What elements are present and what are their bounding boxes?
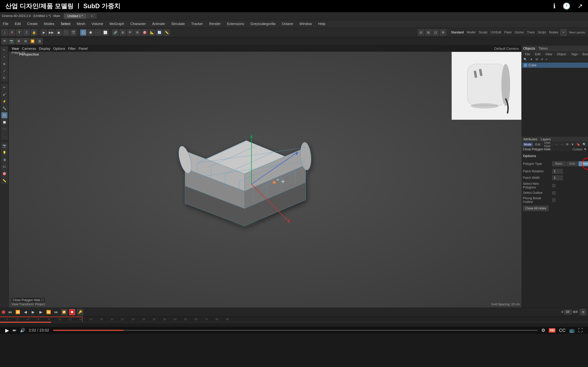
- tl-to-end[interactable]: ⏭: [53, 309, 59, 315]
- tl-loop-btn[interactable]: 🔁: [61, 309, 67, 315]
- toolbar-move[interactable]: ↕: [1, 29, 8, 36]
- left-sidebar-material[interactable]: ◑: [1, 157, 8, 163]
- settings-icon[interactable]: ⚙: [541, 328, 545, 333]
- view-tab[interactable]: View: [543, 52, 554, 57]
- toolbar-render5[interactable]: 🎬: [70, 29, 77, 36]
- tl-record-btn[interactable]: ⏺: [69, 309, 75, 315]
- object-tab[interactable]: Object: [555, 52, 568, 57]
- left-sidebar-camera[interactable]: 📷: [1, 143, 8, 149]
- tl-prev-frame[interactable]: ◀: [22, 309, 28, 315]
- toolbar-y[interactable]: Y: [16, 29, 22, 36]
- sub-tb-panel[interactable]: ⊞: [36, 38, 43, 44]
- toolbar-render3[interactable]: ◼: [55, 29, 62, 36]
- attr-edit-btn[interactable]: Edit: [534, 142, 542, 147]
- menu-octane[interactable]: Octane: [280, 21, 294, 26]
- subtitles-icon[interactable]: CC: [559, 328, 566, 333]
- toolbar-edge-mode[interactable]: ⬢: [87, 29, 94, 36]
- menu-create[interactable]: Create: [26, 21, 39, 26]
- toolbar-extra1[interactable]: 🎯: [142, 29, 148, 36]
- left-sidebar-snap[interactable]: 🎯: [1, 171, 8, 177]
- menu-character[interactable]: Character: [129, 21, 147, 26]
- bookmarks-tab[interactable]: Bookmarks: [580, 52, 588, 57]
- menu-mograph[interactable]: MoGraph: [108, 21, 125, 26]
- viewport-filter-btn[interactable]: Filter: [68, 47, 76, 51]
- select-new-polygons-checkbox[interactable]: [552, 184, 555, 187]
- play-pause-button[interactable]: ▶: [5, 327, 9, 333]
- menu-tracker[interactable]: Tracker: [190, 21, 204, 26]
- obj-settings-icon[interactable]: ⚙: [535, 57, 539, 61]
- sub-tb-camera[interactable]: 📷: [9, 38, 15, 44]
- cast-icon[interactable]: 📺: [569, 328, 575, 333]
- sub-tb-options[interactable]: ⚙: [22, 38, 29, 44]
- toolbar-z[interactable]: Z: [24, 29, 30, 36]
- toolbar-render2[interactable]: ▶▶: [48, 29, 54, 36]
- left-sidebar-knife[interactable]: ⚡: [1, 98, 8, 105]
- obj-refresh-icon[interactable]: ↺: [540, 57, 544, 61]
- tl-play[interactable]: ▶: [30, 309, 36, 315]
- toolbar-point-mode[interactable]: ·: [95, 29, 101, 36]
- left-sidebar-rotate[interactable]: ↻: [1, 75, 8, 81]
- attributes-tab[interactable]: Attributes: [523, 137, 537, 141]
- viewport-display-btn[interactable]: Display: [39, 47, 50, 51]
- toolbar-render4[interactable]: ⬛: [63, 29, 69, 36]
- volume-button[interactable]: 🔊: [20, 328, 25, 333]
- left-sidebar-transform[interactable]: ⊕: [1, 61, 8, 67]
- toolbar-extra2[interactable]: 📐: [149, 29, 155, 36]
- viewport-canvas[interactable]: Perspective Total Polys: 31: [9, 45, 521, 308]
- toolbar-view[interactable]: 👁: [127, 29, 133, 36]
- tags-tab[interactable]: Tags: [569, 52, 580, 57]
- attr-search-icon[interactable]: 🔍: [582, 143, 587, 146]
- toolbar-x[interactable]: X: [9, 29, 15, 36]
- viewport-options-btn[interactable]: Options: [53, 47, 65, 51]
- toolbar-layout1[interactable]: ⊟: [418, 29, 424, 36]
- tab-untitled[interactable]: Untitled 1 *: [64, 13, 86, 19]
- share-icon[interactable]: ↗: [578, 2, 583, 10]
- next-video-button[interactable]: ⏭: [13, 328, 17, 333]
- left-sidebar-paint[interactable]: 🖌: [1, 91, 8, 98]
- menu-modes[interactable]: Modes: [43, 21, 56, 26]
- objects-tab[interactable]: Objects: [523, 47, 535, 50]
- clock-icon[interactable]: 🕐: [563, 2, 571, 10]
- menu-animate[interactable]: Animate: [151, 21, 166, 26]
- tl-settings-btn[interactable]: ⚙: [580, 309, 586, 315]
- attr-mode-btn[interactable]: Mode: [523, 142, 533, 147]
- viewport-panel-btn[interactable]: Panel: [78, 47, 87, 51]
- menu-volume[interactable]: Volume: [90, 21, 105, 26]
- sub-tb-view[interactable]: 👁: [1, 38, 8, 44]
- left-sidebar-polygon[interactable]: ⬡: [1, 112, 8, 118]
- toolbar-grid[interactable]: ⊞: [120, 29, 126, 36]
- phong-break-outline-checkbox[interactable]: [552, 199, 555, 202]
- left-sidebar-tag[interactable]: 🏷: [1, 164, 8, 170]
- menu-window[interactable]: Window: [298, 21, 313, 26]
- sub-tb-filter[interactable]: 🔽: [29, 38, 36, 44]
- left-sidebar-point[interactable]: ·: [1, 133, 8, 140]
- menu-simulate[interactable]: Simulate: [170, 21, 186, 26]
- attr-bookmarks-icon[interactable]: 🔖: [576, 143, 581, 146]
- menu-greyscalegorilla[interactable]: Greyscalegorilla: [249, 21, 277, 26]
- left-sidebar-light[interactable]: 💡: [1, 150, 8, 156]
- tl-next-key[interactable]: ⏩: [45, 309, 52, 315]
- tab-new[interactable]: +: [87, 13, 96, 19]
- takes-tab[interactable]: Takes: [539, 47, 548, 50]
- toolbar-extra3[interactable]: 🔄: [156, 29, 163, 36]
- polygon-type-grid[interactable]: Grid: [566, 161, 578, 166]
- toolbar-object-mode[interactable]: ⬡: [80, 29, 86, 36]
- obj-add-icon[interactable]: +: [545, 58, 548, 61]
- attr-filter-icon[interactable]: ▼: [570, 143, 575, 146]
- toolbar-settings[interactable]: ⚙: [134, 29, 140, 36]
- toolbar-add-layout[interactable]: +: [560, 29, 567, 36]
- attr-dropdown-arrow[interactable]: ▼: [583, 148, 587, 151]
- menu-edit[interactable]: Edit: [13, 21, 22, 26]
- left-sidebar-uvw[interactable]: 🔲: [1, 119, 8, 125]
- toolbar-layout3[interactable]: ⊡: [432, 29, 439, 36]
- tl-to-start[interactable]: ⏮: [7, 309, 13, 315]
- left-sidebar-cursor[interactable]: ↖: [1, 47, 8, 53]
- viewport-view-btn[interactable]: View: [12, 47, 19, 51]
- patch-rotation-value[interactable]: 1: [552, 169, 563, 174]
- tl-prev-key[interactable]: ⏪: [15, 309, 21, 315]
- tl-auto-key[interactable]: 🔑: [77, 309, 83, 315]
- attr-settings-icon[interactable]: ⚙: [565, 143, 569, 146]
- menu-extensions[interactable]: Extensions: [225, 21, 245, 26]
- cube-object-item[interactable]: ⬡ Cube 👁 🔒: [522, 63, 588, 68]
- toolbar-poly-mode[interactable]: ⬜: [102, 29, 109, 36]
